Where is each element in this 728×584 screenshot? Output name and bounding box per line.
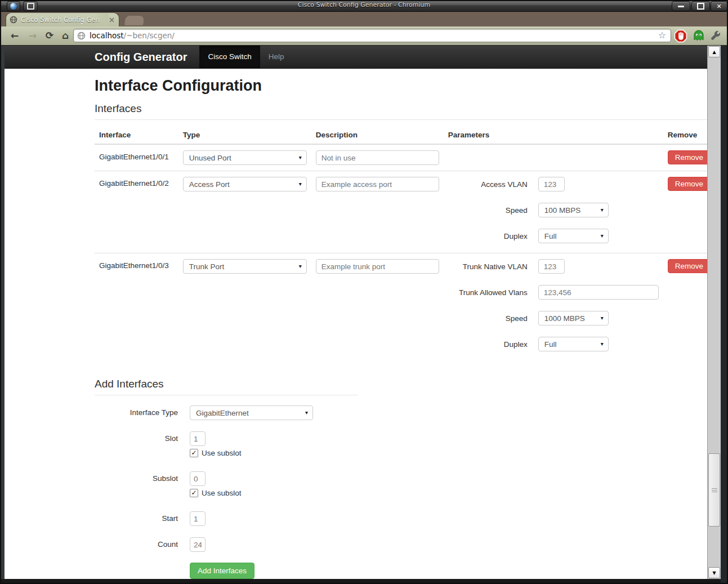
forward-button[interactable]: → xyxy=(25,28,41,43)
url-path: /~ben/scgen/ xyxy=(124,31,175,40)
interface-type-label: Interface Type xyxy=(95,405,178,420)
minimize-button[interactable] xyxy=(672,1,690,11)
col-header-type: Type xyxy=(178,126,311,144)
param-label: Duplex xyxy=(448,340,528,349)
nav-item-help[interactable]: Help xyxy=(260,46,293,68)
home-button[interactable]: ⌂ xyxy=(57,28,73,43)
chevron-down-icon: ▾ xyxy=(601,341,604,347)
forward-icon: → xyxy=(29,30,37,41)
type-select-value: Trunk Port xyxy=(189,262,225,271)
type-select-value: Access Port xyxy=(189,180,230,189)
duplex-select[interactable]: Full ▾ xyxy=(538,229,609,243)
close-button[interactable]: ✕ xyxy=(711,1,727,11)
use-subslot-label: Use subslot xyxy=(202,489,242,497)
chevron-down-icon: ▾ xyxy=(305,409,308,416)
speed-select-value: 1000 MBPS xyxy=(544,314,585,323)
interface-name: GigabitEthernet1/0/2 xyxy=(99,177,169,188)
description-input[interactable] xyxy=(316,259,439,274)
col-header-interface: Interface xyxy=(95,126,178,144)
address-bar[interactable]: localhost/~ben/scgen/ ☆ xyxy=(73,29,671,42)
interface-type-select-value: GigabitEthernet xyxy=(196,409,249,417)
window-titlebar[interactable]: Cisco Switch Config Generator - Chromium… xyxy=(0,0,728,12)
adblock-hand-icon xyxy=(674,29,687,43)
scroll-up-button[interactable]: ▲ xyxy=(708,46,720,57)
scrollbar-thumb[interactable] xyxy=(708,453,720,527)
page-scrollbar[interactable]: ▲ ▼ xyxy=(707,46,721,579)
table-row: GigabitEthernet1/0/2 Access Port ▾ Acces… xyxy=(95,171,707,253)
browser-tab[interactable]: Cisco Switch Config Gen xyxy=(6,12,119,26)
adblock-extension-button[interactable] xyxy=(673,29,688,43)
new-tab-button[interactable] xyxy=(124,16,144,25)
close-icon: ✕ xyxy=(716,3,721,10)
trunk-allowed-vlans-input[interactable] xyxy=(538,285,659,300)
remove-button[interactable]: Remove xyxy=(668,177,707,191)
chromium-icon xyxy=(10,3,17,10)
param-label: Speed xyxy=(448,314,528,323)
col-header-remove: Remove xyxy=(663,126,707,144)
navbar-brand[interactable]: Config Generator xyxy=(95,46,187,68)
green-extension-button[interactable] xyxy=(691,29,706,43)
reload-button[interactable]: ⟳ xyxy=(42,28,57,43)
start-label: Start xyxy=(95,511,178,526)
chevron-down-icon: ▾ xyxy=(299,154,302,161)
interface-type-select[interactable]: GigabitEthernet ▾ xyxy=(190,405,313,420)
duplex-select-value: Full xyxy=(544,340,557,349)
remove-button[interactable]: Remove xyxy=(668,150,707,164)
speed-select[interactable]: 1000 MBPS ▾ xyxy=(538,311,609,326)
page-title: Interface Configuration xyxy=(95,77,707,95)
bookmark-star-icon[interactable]: ☆ xyxy=(658,31,666,40)
site-navbar: Config Generator Cisco Switch Help xyxy=(5,46,707,69)
divider xyxy=(95,395,358,395)
tab-close-button[interactable] xyxy=(108,16,115,24)
interfaces-table: Interface Type Description Parameters Re… xyxy=(95,126,707,361)
back-button[interactable]: ← xyxy=(7,28,23,43)
add-interfaces-heading: Add Interfaces xyxy=(95,378,707,390)
start-input[interactable] xyxy=(190,511,206,526)
add-interfaces-button[interactable]: Add Interfaces xyxy=(190,563,254,579)
window-title: Cisco Switch Config Generator - Chromium xyxy=(0,1,728,8)
maximize-button[interactable] xyxy=(691,1,710,11)
access-vlan-input[interactable] xyxy=(538,177,565,191)
duplex-select-value: Full xyxy=(544,232,557,240)
globe-icon xyxy=(77,32,86,40)
url-host: localhost xyxy=(90,31,124,40)
speed-select-value: 100 MBPS xyxy=(544,206,581,215)
chevron-down-icon: ▾ xyxy=(601,315,604,321)
description-input[interactable] xyxy=(316,150,439,165)
count-input[interactable] xyxy=(190,537,206,552)
window-shade-button[interactable] xyxy=(23,1,38,11)
param-label: Speed xyxy=(448,206,528,215)
web-content: Config Generator Cisco Switch Help Inter… xyxy=(5,46,707,579)
col-header-description: Description xyxy=(311,126,444,144)
use-subslot-checkbox[interactable]: ✓ xyxy=(190,449,198,457)
wrench-icon xyxy=(709,30,721,42)
settings-button[interactable] xyxy=(708,29,722,43)
description-input[interactable] xyxy=(316,177,439,191)
param-label: Access VLAN xyxy=(448,180,528,189)
tab-title-fade xyxy=(94,14,109,26)
trunk-native-vlan-input[interactable] xyxy=(538,259,565,274)
param-label: Duplex xyxy=(448,232,528,240)
speed-select[interactable]: 100 MBPS ▾ xyxy=(538,203,609,217)
use-subslot-checkbox[interactable]: ✓ xyxy=(190,489,198,497)
type-select[interactable]: Trunk Port ▾ xyxy=(183,259,307,274)
subslot-input[interactable] xyxy=(190,471,206,486)
type-select[interactable]: Access Port ▾ xyxy=(183,177,307,191)
green-ghost-icon xyxy=(693,29,705,43)
remove-button[interactable]: Remove xyxy=(668,259,707,273)
param-label: Trunk Native VLAN xyxy=(448,262,528,271)
slot-input[interactable] xyxy=(190,431,206,446)
scroll-up-icon: ▲ xyxy=(712,50,716,55)
divider xyxy=(95,119,707,120)
close-icon xyxy=(109,17,114,23)
window-menu-button[interactable] xyxy=(7,1,20,11)
scroll-down-button[interactable]: ▼ xyxy=(708,567,720,578)
interface-name: GigabitEthernet1/0/1 xyxy=(99,150,169,161)
count-label: Count xyxy=(95,537,178,552)
minimize-icon xyxy=(678,6,684,7)
type-select[interactable]: Unused Port ▾ xyxy=(183,150,307,165)
table-row: GigabitEthernet1/0/3 Trunk Port ▾ Trunk … xyxy=(95,253,707,362)
scroll-down-icon: ▼ xyxy=(712,570,716,576)
duplex-select[interactable]: Full ▾ xyxy=(538,337,609,351)
nav-item-cisco-switch[interactable]: Cisco Switch xyxy=(199,46,260,68)
